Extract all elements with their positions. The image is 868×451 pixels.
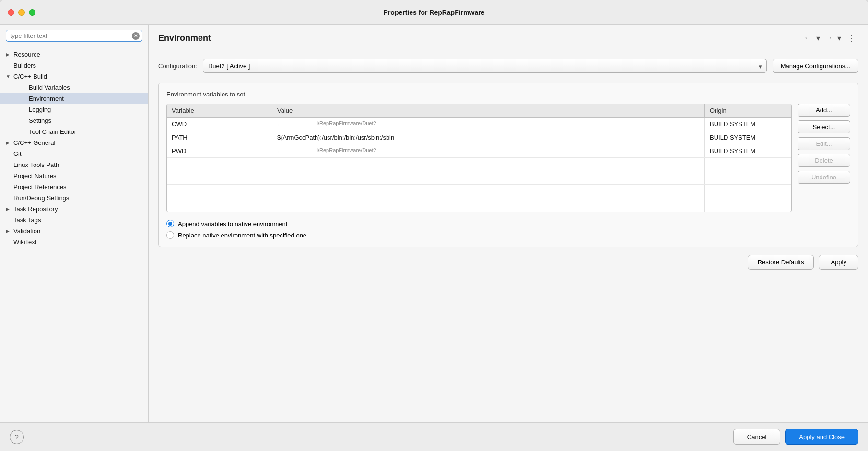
minimize-button[interactable] [18,9,25,16]
sidebar-item-task-tags[interactable]: Task Tags [0,214,148,226]
radio-replace[interactable]: Replace native environment with specifie… [166,231,850,239]
bottom-bar: Restore Defaults Apply [158,255,858,270]
cancel-button[interactable]: Cancel [733,429,780,445]
sidebar-item-project-references[interactable]: Project References [0,181,148,192]
maximize-button[interactable] [29,9,35,16]
sidebar-item-cpp-general[interactable]: ▶ C/C++ General [0,137,148,148]
titlebar: Properties for RepRapFirmware [0,0,868,25]
sidebar-item-logging[interactable]: Logging [0,104,148,115]
footer: ? Cancel Apply and Close [0,422,868,451]
sidebar-item-tool-chain-editor[interactable]: Tool Chain Editor [0,126,148,137]
sidebar-item-validation[interactable]: ▶ Validation [0,226,148,237]
sidebar-item-label: WikiText [13,238,36,246]
edit-button[interactable]: Edit... [798,137,850,150]
sidebar-tree: ▶ Resource Builders ▼ C/C++ Build Build … [0,47,148,422]
sidebar-item-label: Git [13,150,22,157]
sidebar-item-task-repository[interactable]: ▶ Task Repository [0,203,148,214]
sidebar-item-label: C/C++ General [13,139,55,146]
table-row[interactable]: PWD , l/RepRapFirmware/Duet2 BUILD SYSTE… [167,144,791,158]
sidebar-item-label: C/C++ Build [13,73,47,80]
apply-and-close-button[interactable]: Apply and Close [785,429,858,445]
help-button[interactable]: ? [10,430,24,444]
cell-value: ${ArmGccPath}:/usr/bin:/bin:/usr/sbin:/s… [272,131,705,144]
chevron-right-icon: ▶ [6,206,12,212]
radio-replace-label: Replace native environment with specifie… [178,232,306,239]
config-label: Configuration: [158,62,197,70]
sidebar-item-label: Validation [13,227,40,235]
table-row[interactable]: CWD , l/RepRapFirmware/Duet2 BUILD SYSTE… [167,118,791,131]
table-body: CWD , l/RepRapFirmware/Duet2 BUILD SYSTE… [167,118,791,212]
more-options-button[interactable]: ⋮ [844,32,858,44]
search-wrapper: ✕ [6,30,142,42]
sidebar-item-linux-tools-path[interactable]: Linux Tools Path [0,159,148,170]
forward-dropdown-button[interactable]: ▾ [835,33,843,44]
env-table: Variable Value Origin CWD , l/RepRapFirm… [166,104,792,212]
sidebar-item-git[interactable]: Git [0,148,148,159]
add-button[interactable]: Add... [798,104,850,117]
header-nav: ← ▾ → ▾ ⋮ [802,32,858,44]
sidebar-item-label: Run/Debug Settings [13,194,69,202]
apply-button[interactable]: Apply [819,255,858,270]
back-dropdown-button[interactable]: ▾ [814,33,822,44]
manage-configurations-button[interactable]: Manage Configurations... [773,59,858,73]
radio-append-indicator [166,220,174,227]
chevron-down-icon: ▼ [6,74,12,79]
table-row-empty [167,185,791,198]
cell-variable: PATH [167,131,272,144]
col-header-value: Value [272,104,705,117]
sidebar-item-label: Tool Chain Editor [29,128,76,135]
env-section-title: Environment variables to set [166,91,850,98]
search-clear-button[interactable]: ✕ [132,32,140,40]
config-select-wrapper: Duet2 [ Active ] ▾ [203,59,767,73]
table-row-empty [167,198,791,212]
cell-variable: PWD [167,144,272,157]
sidebar-item-settings[interactable]: Settings [0,115,148,126]
sidebar-item-label: Resource [13,51,40,58]
config-select[interactable]: Duet2 [ Active ] [203,59,767,73]
sidebar-item-label: Task Tags [13,216,41,224]
table-header: Variable Value Origin [167,104,791,118]
sidebar-item-wikitext[interactable]: WikiText [0,237,148,248]
sidebar-item-label: Task Repository [13,205,58,213]
sidebar-item-label: Environment [29,95,64,102]
sidebar-item-builders[interactable]: Builders [0,60,148,71]
traffic-lights [8,9,35,16]
forward-button[interactable]: → [823,33,834,43]
footer-actions: Cancel Apply and Close [733,429,858,445]
table-row-empty [167,171,791,185]
table-row[interactable]: PATH ${ArmGccPath}:/usr/bin:/bin:/usr/sb… [167,131,791,144]
sidebar-item-environment[interactable]: Environment [0,93,148,104]
cell-origin: BUILD SYSTEM [705,118,791,131]
select-button[interactable]: Select... [798,120,850,133]
sidebar-item-label: Linux Tools Path [13,161,59,168]
close-button[interactable] [8,9,14,16]
search-container: ✕ [0,25,148,47]
sidebar-item-cpp-build[interactable]: ▼ C/C++ Build [0,71,148,82]
restore-defaults-button[interactable]: Restore Defaults [748,255,814,270]
sidebar-item-label: Logging [29,106,51,113]
panel-title: Environment [158,33,211,43]
radio-append[interactable]: Append variables to native environment [166,220,850,227]
radio-group: Append variables to native environment R… [166,220,850,239]
action-buttons: Add... Select... Edit... Delete Undefine [798,104,850,212]
panel-content: Configuration: Duet2 [ Active ] ▾ Manage… [149,49,868,422]
back-button[interactable]: ← [802,33,813,43]
sidebar-item-label: Settings [29,117,51,124]
sidebar-item-run-debug[interactable]: Run/Debug Settings [0,192,148,203]
cell-value: , l/RepRapFirmware/Duet2 [272,118,705,131]
sidebar-item-project-natures[interactable]: Project Natures [0,170,148,181]
sidebar: ✕ ▶ Resource Builders ▼ C/C++ Build [0,25,149,422]
sidebar-item-label: Build Variables [29,84,70,91]
table-row-empty [167,158,791,171]
cell-variable: CWD [167,118,272,131]
panel-header: Environment ← ▾ → ▾ ⋮ [149,25,868,49]
delete-button[interactable]: Delete [798,154,850,167]
undefine-button[interactable]: Undefine [798,171,850,184]
search-input[interactable] [6,30,142,42]
table-empty-rows [167,158,791,212]
cell-origin: BUILD SYSTEM [705,131,791,144]
sidebar-item-build-variables[interactable]: Build Variables [0,82,148,93]
sidebar-item-resource[interactable]: ▶ Resource [0,49,148,60]
radio-replace-indicator [166,231,174,239]
env-table-container: Variable Value Origin CWD , l/RepRapFirm… [166,104,850,212]
